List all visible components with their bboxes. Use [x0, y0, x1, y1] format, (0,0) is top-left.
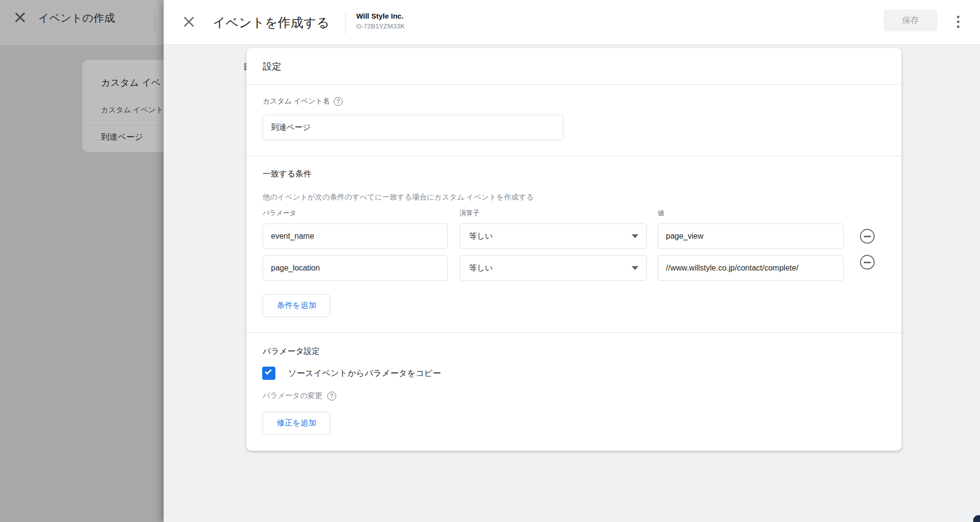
header-divider — [345, 11, 346, 34]
add-modification-button[interactable]: 修正を追加 — [263, 412, 330, 435]
custom-event-name-input[interactable] — [263, 115, 564, 140]
help-icon[interactable]: ? — [327, 392, 336, 400]
save-button[interactable]: 保存 — [883, 9, 937, 31]
custom-event-name-label-text: カスタム イベント名 — [263, 97, 330, 106]
background-topbar-divider — [154, 12, 155, 32]
background-close-icon — [15, 12, 25, 23]
card-divider-2 — [246, 156, 902, 156]
property-name: Will Style Inc. — [356, 12, 404, 20]
remove-condition-icon[interactable] — [860, 255, 875, 270]
operator-selected-value: 等しい — [469, 231, 493, 242]
background-page-title: イベントの作成 — [38, 11, 115, 25]
settings-card-title: 設定 — [263, 60, 281, 73]
value-input[interactable] — [658, 224, 844, 249]
matching-conditions-description: 他のイベントが次の条件のすべてに一致する場合にカスタム イベントを作成する — [263, 193, 534, 202]
parameter-settings-title: パラメータ設定 — [263, 346, 320, 357]
close-icon[interactable] — [182, 15, 196, 29]
background-event-card: カスタム イベ カスタム イベント 到達ページ — [82, 60, 164, 152]
operator-selected-value: 等しい — [469, 263, 493, 273]
background-topbar: イベントの作成 — [0, 0, 164, 45]
help-icon[interactable]: ? — [334, 97, 343, 106]
parameter-input[interactable] — [263, 255, 448, 281]
copy-parameters-checkbox[interactable] — [262, 367, 275, 380]
background-card-divider — [82, 125, 164, 125]
caret-down-icon — [632, 266, 638, 270]
card-divider-1 — [246, 84, 902, 85]
card-divider-3 — [246, 332, 902, 333]
remove-condition-icon[interactable] — [860, 229, 875, 244]
modify-parameters-label: パラメータの変更 ? — [263, 391, 336, 400]
parameter-input[interactable] — [263, 224, 448, 249]
matching-conditions-title: 一致する条件 — [263, 169, 312, 179]
copy-parameters-label: ソースイベントからパラメータをコピー — [288, 368, 441, 379]
dimmed-background-page: イベントの作成 カスタム イベ カスタム イベント 到達ページ — [0, 0, 164, 522]
checkmark-icon — [265, 368, 271, 374]
corner-badge — [973, 515, 980, 522]
column-label-value: 値 — [658, 209, 664, 218]
settings-card: 設定 カスタム イベント名 ? 一致する条件 他のイベントが次の条件のすべてに一… — [246, 48, 902, 451]
value-input[interactable] — [658, 255, 844, 281]
background-card-subtitle: カスタム イベント — [101, 105, 163, 115]
create-event-dialog: イベントを作成する Will Style Inc. G-72B1YZM33K 保… — [164, 0, 980, 522]
custom-event-name-label: カスタム イベント名 ? — [263, 97, 343, 106]
add-condition-button[interactable]: 条件を追加 — [263, 294, 330, 317]
caret-down-icon — [632, 234, 638, 238]
property-id: G-72B1YZM33K — [356, 23, 405, 30]
column-label-parameter: パラメータ — [263, 209, 296, 218]
background-card-title: カスタム イベ — [101, 76, 161, 89]
operator-select[interactable]: 等しい — [460, 255, 647, 281]
background-card-row: 到達ページ — [101, 131, 143, 143]
dialog-title: イベントを作成する — [213, 14, 329, 31]
kebab-menu-icon[interactable] — [955, 13, 961, 32]
column-label-operator: 演算子 — [460, 209, 480, 218]
modify-parameters-label-text: パラメータの変更 — [263, 391, 322, 400]
copy-parameters-row: ソースイベントからパラメータをコピー — [262, 367, 441, 380]
operator-select[interactable]: 等しい — [460, 224, 647, 249]
dialog-header: イベントを作成する Will Style Inc. G-72B1YZM33K 保… — [164, 0, 980, 45]
